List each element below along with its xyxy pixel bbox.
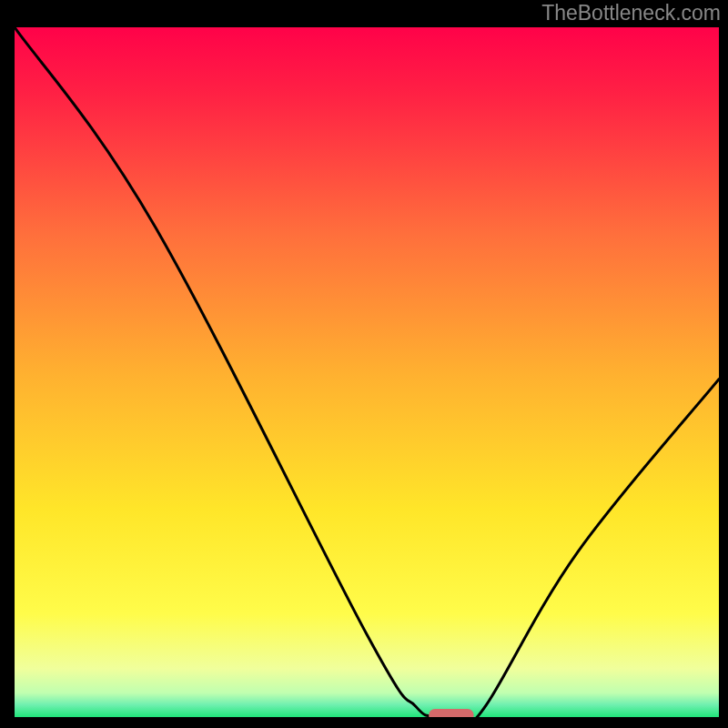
chart-svg: TheBottleneck.com (0, 0, 728, 728)
plot-background (15, 27, 719, 717)
watermark: TheBottleneck.com (541, 1, 721, 25)
optimal-marker (429, 709, 474, 722)
chart-container: TheBottleneck.com (0, 0, 728, 728)
